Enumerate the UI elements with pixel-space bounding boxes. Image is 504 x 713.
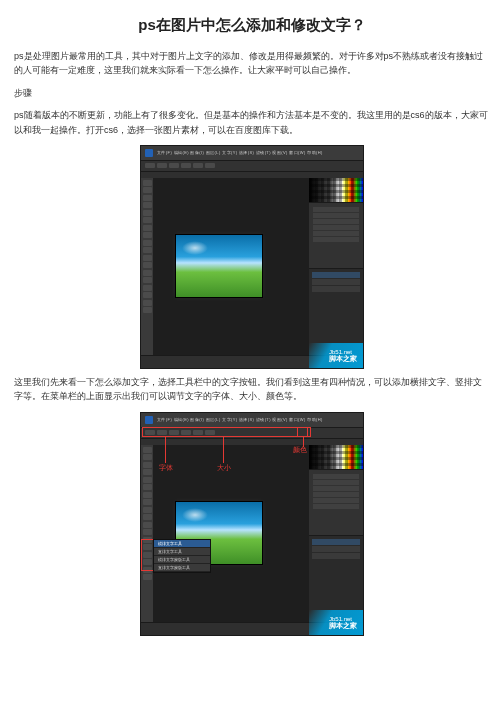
tool-item bbox=[143, 240, 152, 246]
tool-item bbox=[143, 559, 152, 565]
opt-knob bbox=[145, 430, 155, 435]
opt-knob bbox=[145, 163, 155, 168]
ps-panels bbox=[309, 178, 363, 356]
layer-row bbox=[312, 539, 360, 545]
ps-canvas-area bbox=[153, 178, 309, 356]
text-tool-option: 直排文字工具 bbox=[154, 548, 210, 556]
opt-knob bbox=[169, 163, 179, 168]
tool-item bbox=[143, 285, 152, 291]
tool-item bbox=[143, 574, 152, 580]
tool-item bbox=[143, 277, 152, 283]
tool-item bbox=[143, 567, 152, 573]
tool-item bbox=[143, 255, 152, 261]
tool-item bbox=[143, 247, 152, 253]
ps-image-canvas bbox=[175, 234, 263, 298]
layer-row bbox=[312, 286, 360, 292]
opt-knob bbox=[157, 163, 167, 168]
text-tool-option: 横排文字蒙版工具 bbox=[154, 556, 210, 564]
watermark-text: 脚本之家 bbox=[329, 622, 357, 629]
opt-knob bbox=[181, 430, 191, 435]
ps-toolbar bbox=[141, 445, 153, 623]
opt-knob bbox=[157, 430, 167, 435]
ps-titlebar: 文件(F) 编辑(E) 图像(I) 图层(L) 文字(Y) 选择(S) 滤镜(T… bbox=[141, 146, 363, 160]
layer-row bbox=[312, 279, 360, 285]
tool-item bbox=[143, 529, 152, 535]
watermark: Jb51.net 脚本之家 bbox=[309, 343, 363, 368]
ps-canvas-area bbox=[153, 445, 309, 623]
tool-item bbox=[143, 507, 152, 513]
tool-item bbox=[143, 217, 152, 223]
tool-item bbox=[143, 292, 152, 298]
tool-item bbox=[143, 225, 152, 231]
tool-item bbox=[143, 262, 152, 268]
ps-menubar: 文件(F) 编辑(E) 图像(I) 图层(L) 文字(Y) 选择(S) 滤镜(T… bbox=[157, 150, 323, 155]
ps-app-icon bbox=[145, 149, 153, 157]
text-tool-flyout: 横排文字工具 直排文字工具 横排文字蒙版工具 直排文字蒙版工具 bbox=[153, 539, 211, 573]
panel-swatches bbox=[309, 445, 363, 470]
ps-toolbar bbox=[141, 178, 153, 356]
opt-knob bbox=[205, 430, 215, 435]
tool-item bbox=[143, 187, 152, 193]
tool-item bbox=[143, 307, 152, 313]
tool-item bbox=[143, 537, 152, 543]
panel-swatches bbox=[309, 178, 363, 203]
tool-item bbox=[143, 544, 152, 550]
tool-item bbox=[143, 180, 152, 186]
ps-panels bbox=[309, 445, 363, 623]
opt-knob bbox=[169, 430, 179, 435]
steps-heading: 步骤 bbox=[14, 86, 490, 100]
ps-options-bar bbox=[141, 427, 363, 439]
tool-item bbox=[143, 300, 152, 306]
article-page: ps在图片中怎么添加和修改文字？ ps是处理图片最常用的工具，其中对于图片上文字… bbox=[0, 0, 504, 662]
tool-item bbox=[143, 270, 152, 276]
tool-item bbox=[143, 484, 152, 490]
tool-item bbox=[143, 499, 152, 505]
layer-row bbox=[312, 546, 360, 552]
tool-item bbox=[143, 195, 152, 201]
opt-knob bbox=[193, 430, 203, 435]
tool-item bbox=[143, 552, 152, 558]
tool-item bbox=[143, 232, 152, 238]
ps-menubar: 文件(F) 编辑(E) 图像(I) 图层(L) 文字(Y) 选择(S) 滤镜(T… bbox=[157, 417, 323, 422]
text-tool-option: 直排文字蒙版工具 bbox=[154, 564, 210, 572]
panel-adjust bbox=[309, 203, 363, 269]
tool-item bbox=[143, 462, 152, 468]
layer-row bbox=[312, 272, 360, 278]
text-tool-option: 横排文字工具 bbox=[154, 540, 210, 548]
paragraph-step1: ps随着版本的不断更新，功能上有了很多变化。但是基本的操作和方法基本是不变的。我… bbox=[14, 108, 490, 137]
paragraph-step2: 这里我们先来看一下怎么添加文字，选择工具栏中的文字按钮。我们看到这里有四种情况，… bbox=[14, 375, 490, 404]
tool-item bbox=[143, 477, 152, 483]
ps-options-bar bbox=[141, 160, 363, 172]
tool-item bbox=[143, 210, 152, 216]
layer-row bbox=[312, 553, 360, 559]
watermark-text: 脚本之家 bbox=[329, 355, 357, 362]
tool-item bbox=[143, 447, 152, 453]
panel-adjust bbox=[309, 470, 363, 536]
ps-screenshot-2: 文件(F) 编辑(E) 图像(I) 图层(L) 文字(Y) 选择(S) 滤镜(T… bbox=[140, 412, 364, 636]
tool-item bbox=[143, 514, 152, 520]
ps-screenshot-1: 文件(F) 编辑(E) 图像(I) 图层(L) 文字(Y) 选择(S) 滤镜(T… bbox=[140, 145, 364, 369]
watermark: Jb51.net 脚本之家 bbox=[309, 610, 363, 635]
tool-item bbox=[143, 469, 152, 475]
ps-app-icon bbox=[145, 416, 153, 424]
tool-item bbox=[143, 454, 152, 460]
tool-item bbox=[143, 202, 152, 208]
page-title: ps在图片中怎么添加和修改文字？ bbox=[14, 16, 490, 35]
tool-item bbox=[143, 492, 152, 498]
opt-knob bbox=[205, 163, 215, 168]
ps-titlebar: 文件(F) 编辑(E) 图像(I) 图层(L) 文字(Y) 选择(S) 滤镜(T… bbox=[141, 413, 363, 427]
opt-knob bbox=[181, 163, 191, 168]
paragraph-intro: ps是处理图片最常用的工具，其中对于图片上文字的添加、修改是用得最频繁的。对于许… bbox=[14, 49, 490, 78]
tool-item bbox=[143, 522, 152, 528]
opt-knob bbox=[193, 163, 203, 168]
